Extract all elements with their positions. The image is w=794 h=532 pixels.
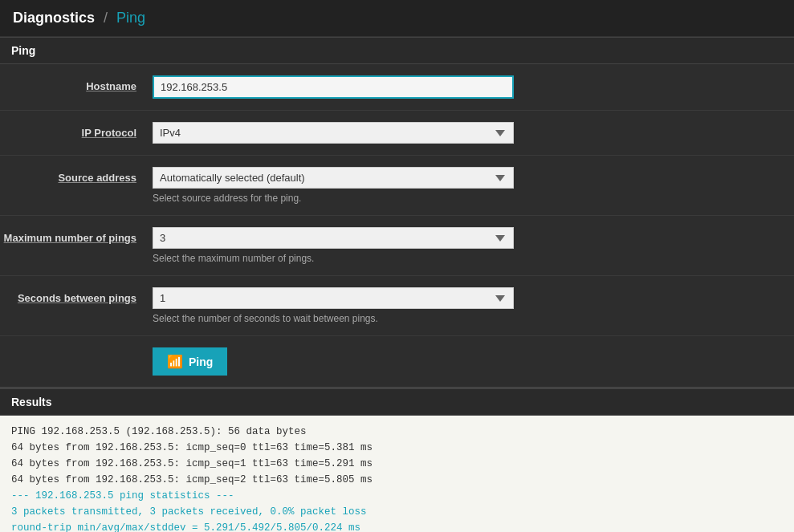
ip-protocol-label: IP Protocol: [0, 122, 153, 139]
max-pings-row: Maximum number of pings 1 2 3 4 5 10 20 …: [0, 216, 794, 276]
seconds-between-control: 1 2 3 4 5 Select the number of seconds t…: [153, 287, 794, 324]
wifi-icon: 📶: [167, 354, 183, 369]
ping-form: Hostname IP Protocol IPv4 IPv6 Source ad…: [0, 64, 794, 336]
breadcrumb-base: Diagnostics: [13, 10, 95, 26]
max-pings-label: Maximum number of pings: [0, 227, 153, 244]
breadcrumb-current: Ping: [116, 10, 145, 26]
breadcrumb: Diagnostics / Ping: [0, 0, 794, 37]
ping-button[interactable]: 📶 Ping: [153, 347, 227, 376]
source-address-row: Source address Automatically selected (d…: [0, 156, 794, 216]
results-container: PING 192.168.253.5 (192.168.253.5): 56 d…: [0, 416, 794, 532]
button-row: 📶 Ping: [0, 336, 794, 388]
ip-protocol-row: IP Protocol IPv4 IPv6: [0, 111, 794, 156]
source-address-hint: Select source address for the ping.: [153, 193, 778, 204]
ip-protocol-control: IPv4 IPv6: [153, 122, 794, 144]
max-pings-select[interactable]: 1 2 3 4 5 10 20 50: [153, 227, 514, 249]
ip-protocol-select[interactable]: IPv4 IPv6: [153, 122, 514, 144]
result-line: PING 192.168.253.5 (192.168.253.5): 56 d…: [11, 424, 783, 440]
result-line: 64 bytes from 192.168.253.5: icmp_seq=1 …: [11, 456, 783, 472]
hostname-control: [153, 75, 794, 99]
seconds-between-select[interactable]: 1 2 3 4 5: [153, 287, 514, 309]
hostname-label: Hostname: [0, 75, 153, 92]
source-address-label: Source address: [0, 167, 153, 184]
max-pings-control: 1 2 3 4 5 10 20 50 Select the maximum nu…: [153, 227, 794, 264]
seconds-between-hint: Select the number of seconds to wait bet…: [153, 313, 778, 324]
result-line: 64 bytes from 192.168.253.5: icmp_seq=0 …: [11, 440, 783, 456]
breadcrumb-separator: /: [104, 10, 108, 26]
ping-section-header: Ping: [0, 37, 794, 64]
result-line: 64 bytes from 192.168.253.5: icmp_seq=2 …: [11, 472, 783, 488]
source-address-select[interactable]: Automatically selected (default): [153, 167, 514, 189]
ping-button-label: Ping: [189, 355, 213, 368]
hostname-input[interactable]: [153, 75, 514, 99]
source-address-control: Automatically selected (default) Select …: [153, 167, 794, 204]
seconds-between-row: Seconds between pings 1 2 3 4 5 Select t…: [0, 276, 794, 336]
hostname-row: Hostname: [0, 64, 794, 111]
result-line: --- 192.168.253.5 ping statistics ---: [11, 488, 783, 504]
results-section-header: Results: [0, 388, 794, 416]
max-pings-hint: Select the maximum number of pings.: [153, 253, 778, 264]
result-line: 3 packets transmitted, 3 packets receive…: [11, 504, 783, 520]
result-line: round-trip min/avg/max/stddev = 5.291/5.…: [11, 520, 783, 532]
seconds-between-label: Seconds between pings: [0, 287, 153, 304]
